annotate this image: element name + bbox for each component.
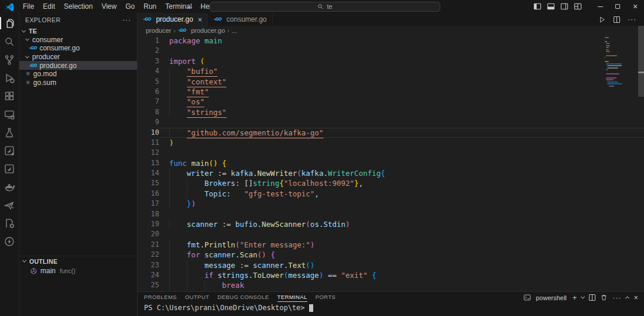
tree-item-label: go.sum <box>33 79 56 87</box>
minimap-line <box>605 37 609 38</box>
split-editor-icon[interactable] <box>614 16 620 23</box>
activity-search-button[interactable] <box>0 32 19 50</box>
tree-item-go-mod[interactable]: ≡go.mod <box>19 70 137 79</box>
bird-extension-icon <box>4 145 15 157</box>
code-text: message := scanner.Text() <box>159 260 644 270</box>
go-file-icon: GO <box>213 17 221 22</box>
tree-item-consumer[interactable]: consumer <box>19 36 137 45</box>
menu-view[interactable]: View <box>97 1 121 12</box>
tab-consumer-go[interactable]: GOconsumer.go <box>208 13 272 26</box>
toggle-panel-icon[interactable] <box>547 2 555 11</box>
activity-explorer-button[interactable] <box>0 14 19 32</box>
menu-file[interactable]: File <box>19 1 38 12</box>
terminal-content[interactable]: PS C:\Users\prani\OneDrive\Desktop\te> <box>138 302 644 312</box>
panel-tab-debug-console[interactable]: DEBUG CONSOLE <box>217 294 269 302</box>
indent-guide <box>187 260 204 270</box>
activity-run-debug-button[interactable] <box>0 69 19 87</box>
indent-guide <box>187 189 204 199</box>
editor-tab-bar: GOproducer.go×GOconsumer.go ··· <box>138 13 644 26</box>
panel-more-actions-icon[interactable]: ··· <box>612 294 621 302</box>
close-panel-icon[interactable]: × <box>633 294 638 301</box>
token: { <box>270 250 275 259</box>
code-text: package main <box>159 36 644 46</box>
breadcrumb-item[interactable]: producer <box>146 27 171 34</box>
run-file-icon[interactable] <box>598 16 606 23</box>
tree-item-consumer-go[interactable]: GOconsumer.go <box>19 44 137 53</box>
token: "os" <box>187 97 204 106</box>
minimap-line <box>607 65 621 66</box>
line-number: 8 <box>138 107 159 117</box>
activity-settings-file-extension-button[interactable] <box>0 214 19 232</box>
activity-paper-plane-extension-button[interactable] <box>0 196 19 214</box>
split-terminal-icon[interactable] <box>589 294 595 301</box>
code-line: 25break <box>138 280 644 290</box>
line-number: 12 <box>138 148 159 158</box>
command-center-search[interactable]: te <box>210 2 440 12</box>
new-terminal-icon[interactable]: + <box>573 294 577 301</box>
outline-item-main[interactable]: main func() <box>19 266 137 276</box>
activity-docker-button[interactable] <box>0 178 19 196</box>
menu-go[interactable]: Go <box>121 1 139 12</box>
close-button[interactable]: × <box>626 0 644 13</box>
tab-producer-go[interactable]: GOproducer.go× <box>138 13 208 26</box>
panel-tab-output[interactable]: OUTPUT <box>185 294 209 302</box>
code-editor[interactable]: 1package main23import (4"bufio"5"context… <box>138 35 644 291</box>
menu-selection[interactable]: Selection <box>60 1 97 12</box>
extensions-icon <box>4 90 15 102</box>
maximize-panel-icon[interactable] <box>625 296 629 300</box>
activity-remote-explorer-button[interactable] <box>0 105 19 123</box>
code-line: 4"bufio" <box>138 66 644 76</box>
minimap[interactable] <box>605 37 635 87</box>
line-number: 11 <box>138 138 159 148</box>
panel-tab-problems[interactable]: PROBLEMS <box>144 294 177 302</box>
token: scanner <box>204 250 235 259</box>
scrollbar-thumb[interactable] <box>638 26 644 97</box>
back-arrow-icon[interactable]: ← <box>186 0 194 13</box>
tree-item-go-sum[interactable]: ≡go.sum <box>19 79 137 87</box>
minimap-line <box>606 45 610 46</box>
views-more-actions-icon[interactable]: ··· <box>122 16 131 24</box>
token: ) <box>191 199 196 208</box>
workspace-root-item[interactable]: TE <box>19 27 137 36</box>
token: scanner <box>187 220 218 229</box>
indent-guide <box>169 77 187 87</box>
customize-layout-icon[interactable] <box>574 2 582 11</box>
activity-thunder-client-button[interactable] <box>0 232 19 250</box>
maximize-button[interactable] <box>609 0 626 13</box>
token: fmt <box>187 240 200 249</box>
menu-run[interactable]: Run <box>139 1 160 12</box>
shell-label[interactable]: powershell <box>536 294 567 301</box>
forward-arrow-icon[interactable]: → <box>198 0 205 13</box>
tree-item-producer-go[interactable]: GOproducer.go <box>19 61 137 70</box>
code-line: 1package main <box>138 36 644 46</box>
minimize-button[interactable] <box>591 0 609 13</box>
panel-tab-terminal[interactable]: TERMINAL <box>278 294 307 302</box>
activity-bird-alt-extension-button[interactable] <box>0 159 19 178</box>
remote-explorer-icon <box>4 108 15 120</box>
outline-title: OUTLINE <box>29 258 57 265</box>
editor-scrollbar[interactable] <box>638 26 644 316</box>
tree-item-producer[interactable]: producer <box>19 53 137 62</box>
toggle-secondary-sidebar-icon[interactable] <box>560 2 568 11</box>
breadcrumb-item[interactable]: producer.go <box>191 27 225 34</box>
terminal-icon <box>523 294 531 301</box>
terminal-dropdown-icon[interactable] <box>581 295 585 299</box>
line-number: 4 <box>138 66 159 76</box>
more-actions-icon[interactable]: ··· <box>628 15 636 23</box>
activity-bar <box>0 13 19 316</box>
panel-tab-ports[interactable]: PORTS <box>316 294 336 302</box>
minimap-line <box>606 79 614 80</box>
code-text: "context" <box>159 77 644 87</box>
token: kafka <box>231 169 253 178</box>
close-tab-icon[interactable]: × <box>198 15 203 24</box>
toggle-primary-sidebar-icon[interactable] <box>533 2 542 11</box>
code-text: "fmt" <box>159 87 644 97</box>
activity-source-control-button[interactable] <box>0 50 19 69</box>
breadcrumb-item[interactable]: ... <box>232 27 237 34</box>
menu-edit[interactable]: Edit <box>39 1 59 12</box>
outline-header[interactable]: OUTLINE <box>19 256 137 266</box>
activity-bird-extension-button[interactable] <box>0 141 19 159</box>
activity-testing-button[interactable] <box>0 123 19 141</box>
kill-terminal-trash-icon[interactable] <box>600 294 608 301</box>
activity-extensions-button[interactable] <box>0 87 19 105</box>
